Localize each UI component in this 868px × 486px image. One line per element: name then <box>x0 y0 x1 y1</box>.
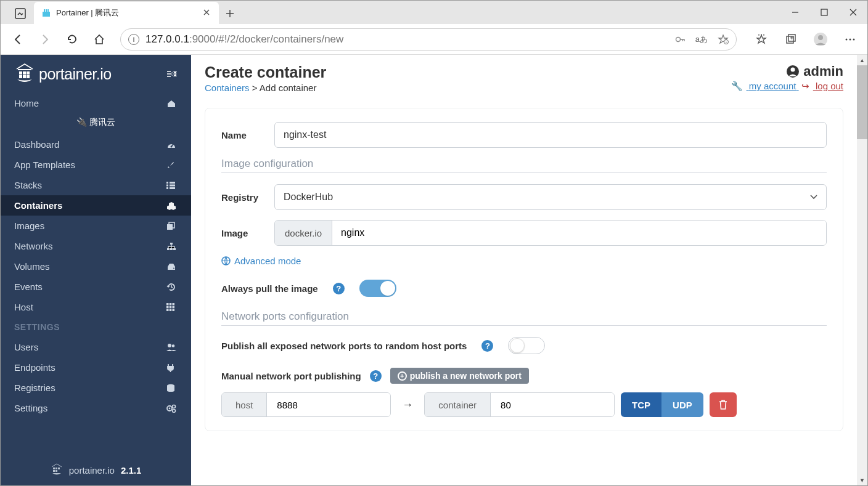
favorites-icon[interactable] <box>749 27 774 52</box>
svg-rect-4 <box>47 9 49 12</box>
scroll-up-icon[interactable]: ▲ <box>857 55 867 65</box>
sidebar-item-volumes[interactable]: Volumes <box>1 256 191 277</box>
svg-rect-18 <box>23 71 26 75</box>
svg-rect-44 <box>170 309 172 312</box>
site-info-icon[interactable]: i <box>128 34 139 45</box>
registry-select[interactable]: DockerHub <box>274 184 827 210</box>
plug-icon: 🔌 <box>76 117 87 127</box>
svg-rect-1 <box>43 12 50 17</box>
svg-point-36 <box>173 267 174 269</box>
svg-point-51 <box>173 405 176 408</box>
network-config-header: Network ports configuration <box>221 310 827 326</box>
profile-icon[interactable] <box>808 27 833 52</box>
tcp-button[interactable]: TCP <box>621 392 661 417</box>
collapse-sidebar-icon[interactable] <box>166 70 178 78</box>
publish-all-toggle[interactable] <box>508 337 545 354</box>
breadcrumb-containers-link[interactable]: Containers <box>205 83 250 93</box>
svg-point-14 <box>850 38 851 40</box>
svg-rect-56 <box>53 470 55 472</box>
sidebar-item-networks[interactable]: Networks <box>1 236 191 256</box>
image-prefix: docker.io <box>275 221 332 245</box>
hdd-icon <box>166 263 178 270</box>
environment-label[interactable]: 🔌腾讯云 <box>1 113 191 134</box>
publish-port-button[interactable]: + publish a new network port <box>390 368 529 384</box>
svg-rect-34 <box>170 248 173 250</box>
svg-rect-43 <box>166 309 169 312</box>
help-icon[interactable]: ? <box>370 370 382 382</box>
tab-actions-icon[interactable] <box>7 3 34 24</box>
browser-tab-strip: Portainer | 腾讯云 <box>1 1 867 24</box>
vertical-scrollbar[interactable]: ▲ ▼ <box>857 55 867 485</box>
svg-rect-17 <box>19 71 22 75</box>
help-icon[interactable]: ? <box>481 340 493 352</box>
host-port-input[interactable] <box>267 393 390 416</box>
translate-icon[interactable]: aあ <box>695 34 708 45</box>
udp-button[interactable]: UDP <box>661 392 703 417</box>
svg-rect-2 <box>44 9 45 12</box>
sidebar-item-events[interactable]: Events <box>1 277 191 297</box>
sidebar-item-home[interactable]: Home <box>1 93 191 113</box>
container-port-input[interactable] <box>491 393 614 416</box>
svg-rect-21 <box>23 75 26 78</box>
host-label: host <box>222 393 267 416</box>
my-account-link[interactable]: my account <box>747 81 799 91</box>
home-button[interactable] <box>87 27 112 52</box>
sidebar-item-app-templates[interactable]: App Templates <box>1 155 191 175</box>
svg-point-15 <box>853 38 855 40</box>
svg-rect-19 <box>27 71 30 75</box>
name-input[interactable] <box>274 122 827 148</box>
plus-circle-icon: + <box>398 371 407 381</box>
sidebar-item-images[interactable]: Images <box>1 216 191 236</box>
rocket-icon <box>166 161 178 169</box>
minimize-window-button[interactable] <box>780 1 809 24</box>
list-icon <box>166 182 178 189</box>
menu-icon[interactable] <box>838 27 862 52</box>
svg-rect-30 <box>167 224 173 230</box>
url-bar[interactable]: i 127.0.0.1:9000/#!/2/docker/containers/… <box>120 28 737 51</box>
sidebar-item-users[interactable]: Users <box>1 337 191 357</box>
user-circle-icon <box>786 65 800 78</box>
browser-tab[interactable]: Portainer | 腾讯云 <box>34 2 219 24</box>
star-icon[interactable]: + <box>718 34 729 45</box>
reload-button[interactable] <box>60 27 84 52</box>
cubes-icon <box>166 201 178 210</box>
sidebar-item-dashboard[interactable]: Dashboard <box>1 134 191 155</box>
svg-rect-25 <box>170 182 175 184</box>
help-icon[interactable]: ? <box>333 283 345 294</box>
svg-point-59 <box>791 68 795 72</box>
brand-logo[interactable]: portainer.io <box>14 63 112 85</box>
sidebar-item-containers[interactable]: Containers <box>1 195 191 216</box>
maximize-window-button[interactable] <box>809 1 838 24</box>
sidebar-item-settings[interactable]: Settings <box>1 398 191 418</box>
footer-logo-icon <box>51 463 63 477</box>
advanced-mode-link[interactable]: Advanced mode <box>221 256 827 266</box>
close-tab-icon[interactable] <box>203 9 211 17</box>
logout-link[interactable]: log out <box>813 81 843 91</box>
svg-rect-22 <box>27 75 30 78</box>
svg-rect-24 <box>166 182 168 184</box>
users-icon <box>166 343 178 351</box>
name-label: Name <box>221 130 266 140</box>
delete-port-button[interactable] <box>710 392 737 417</box>
back-button[interactable] <box>6 27 30 52</box>
svg-point-13 <box>846 38 848 40</box>
always-pull-toggle[interactable] <box>359 280 396 297</box>
grid-icon <box>166 303 178 311</box>
scroll-down-icon[interactable]: ▼ <box>857 475 867 485</box>
plug-icon <box>166 363 178 372</box>
sidebar-item-stacks[interactable]: Stacks <box>1 175 191 195</box>
key-icon[interactable] <box>674 34 686 45</box>
signout-icon: ↪ <box>801 81 809 91</box>
svg-rect-9 <box>787 36 793 43</box>
close-window-button[interactable] <box>838 1 867 24</box>
sidebar-item-registries[interactable]: Registries <box>1 378 191 398</box>
sidebar-item-host[interactable]: Host <box>1 297 191 317</box>
collections-icon[interactable] <box>779 27 803 52</box>
svg-rect-5 <box>821 9 827 15</box>
manual-publish-label: Manual network port publishing <box>221 371 361 381</box>
svg-rect-16 <box>18 69 31 70</box>
svg-rect-40 <box>166 306 169 309</box>
new-tab-button[interactable] <box>219 3 241 24</box>
sidebar-item-endpoints[interactable]: Endpoints <box>1 357 191 378</box>
image-input[interactable] <box>332 221 826 245</box>
